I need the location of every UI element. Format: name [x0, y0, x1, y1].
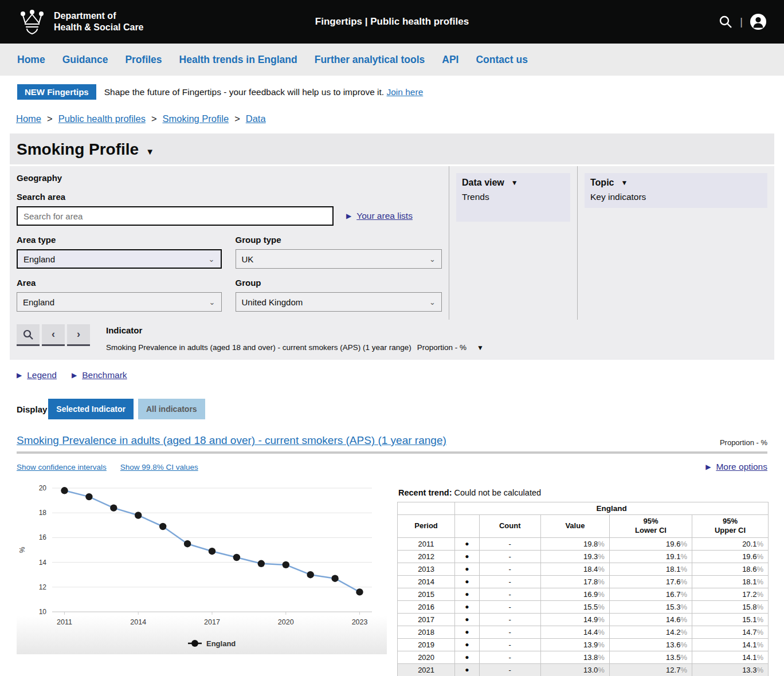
col-header-upper: 95%Upper CI	[692, 515, 768, 538]
legend-link-text[interactable]: Legend	[27, 370, 57, 380]
search-area-input[interactable]	[17, 206, 334, 226]
svg-text:14: 14	[39, 559, 47, 567]
benchmark-toggle[interactable]: ▶ Benchmark	[72, 370, 127, 380]
value-cell: 14.9%	[540, 613, 609, 626]
breadcrumb-home[interactable]: Home	[16, 113, 41, 124]
chart-point-2020[interactable]	[283, 561, 289, 568]
nav-item-guidance[interactable]: Guidance	[62, 54, 108, 66]
count-cell: -	[479, 588, 540, 600]
chart-point-2013[interactable]	[110, 504, 117, 511]
area-select[interactable]: England ⌄	[17, 292, 222, 312]
period-cell: 2019	[398, 638, 455, 651]
trend-chart: 10121416182020112014201720202023%England	[17, 480, 387, 676]
trend-marker-icon: ●	[455, 550, 479, 563]
lower-ci-cell: 17.6%	[609, 575, 692, 588]
search-icon[interactable]	[718, 14, 733, 29]
breadcrumb-separator: >	[47, 113, 53, 124]
upper-ci-cell: 15.1%	[692, 613, 768, 626]
period-cell: 2017	[398, 613, 455, 626]
value-cell: 19.8%	[540, 537, 609, 550]
breadcrumb-public-health-profiles[interactable]: Public health profiles	[58, 113, 146, 124]
trend-marker-icon: ●	[455, 600, 479, 613]
geography-heading: Geography	[17, 173, 442, 183]
line-chart-svg: 10121416182020112014201720202023%England	[17, 480, 383, 652]
indicator-search-button[interactable]	[17, 324, 40, 346]
benchmark-link-text[interactable]: Benchmark	[82, 370, 127, 380]
chart-point-2012[interactable]	[85, 493, 92, 500]
nav-item-home[interactable]: Home	[17, 54, 45, 66]
chart-point-2019[interactable]	[258, 560, 265, 567]
upper-ci-cell: 13.3%	[692, 663, 768, 676]
group-type-select[interactable]: UK ⌄	[236, 249, 442, 269]
profile-title-dropdown[interactable]: Smoking Profile ▼	[10, 133, 774, 164]
new-fingertips-badge: NEW Fingertips	[17, 84, 96, 100]
account-icon[interactable]	[750, 13, 767, 30]
trend-marker-icon: ●	[455, 663, 479, 676]
breadcrumb-data[interactable]: Data	[246, 113, 266, 124]
show-998-ci-values-link[interactable]: Show 99.8% CI values	[120, 463, 198, 471]
area-type-select[interactable]: England ⌄	[17, 249, 222, 269]
chart-point-2016[interactable]	[184, 540, 191, 547]
svg-text:2011: 2011	[57, 618, 72, 626]
col-header-lower: 95%Lower CI	[609, 515, 692, 538]
data-view-dropdown[interactable]: Data view ▼	[462, 178, 565, 188]
search-icon	[22, 329, 34, 340]
trend-marker-icon: ●	[455, 575, 479, 588]
col-header-count: Count	[479, 515, 540, 538]
lower-ci-cell: 19.1%	[609, 550, 692, 563]
area-label: Area	[17, 278, 222, 288]
chevron-down-icon: ⌄	[429, 255, 436, 264]
link-arrow-icon: ▶	[17, 371, 22, 379]
nav-item-further-analytical-tools[interactable]: Further analytical tools	[315, 54, 425, 66]
indicator-label: Indicator	[106, 325, 484, 335]
col-header-value: Value	[540, 515, 609, 538]
chart-point-2017[interactable]	[209, 548, 215, 555]
topic-dropdown[interactable]: Topic ▼	[590, 178, 762, 188]
upper-ci-cell: 18.6%	[692, 563, 768, 575]
dhsc-logo[interactable]: Department of Health & Social Care	[17, 9, 206, 34]
your-area-lists-link[interactable]: ▶ Your area lists	[346, 211, 413, 221]
show-confidence-intervals-link[interactable]: Show confidence intervals	[17, 463, 107, 471]
chart-point-2018[interactable]	[233, 554, 240, 561]
banner-message: Shape the future of Fingertips - your fe…	[104, 87, 385, 97]
table-row-2016: 2016●-15.5%15.3%15.8%	[398, 600, 769, 613]
nav-item-profiles[interactable]: Profiles	[125, 54, 162, 66]
more-options-link[interactable]: ▶ More options	[705, 462, 767, 472]
value-cell: 13.0%	[540, 663, 609, 676]
data-table: England PeriodCountValue95%Lower CI95%Up…	[397, 502, 769, 676]
lower-ci-cell: 13.6%	[609, 638, 692, 651]
upper-ci-cell: 14.7%	[692, 626, 768, 638]
indicator-heading-link[interactable]: Smoking Prevalence in adults (aged 18 an…	[17, 434, 446, 447]
dropdown-arrow-icon: ▼	[621, 179, 628, 187]
next-indicator-button[interactable]: ›	[67, 324, 90, 346]
chart-point-2014[interactable]	[135, 512, 142, 518]
count-cell: -	[479, 613, 540, 626]
group-type-value: UK	[242, 254, 254, 264]
nav-item-contact-us[interactable]: Contact us	[476, 54, 527, 66]
chart-point-2011[interactable]	[61, 487, 68, 494]
nav-item-api[interactable]: API	[442, 54, 458, 66]
chart-point-2015[interactable]	[159, 523, 166, 530]
chart-point-2023[interactable]	[356, 588, 363, 595]
group-label: Group	[236, 278, 442, 288]
col-header-period: Period	[398, 515, 455, 538]
legend-label[interactable]: England	[206, 639, 236, 648]
indicator-dropdown-icon[interactable]: ▼	[477, 344, 484, 352]
table-row-2015: 2015●-16.9%16.7%17.2%	[398, 588, 769, 600]
svg-text:2020: 2020	[278, 618, 294, 626]
chart-point-2022[interactable]	[331, 575, 338, 582]
selected-indicator-tab[interactable]: Selected Indicator	[48, 399, 134, 419]
previous-indicator-button[interactable]: ‹	[42, 324, 65, 346]
chart-point-2021[interactable]	[307, 571, 314, 578]
breadcrumb: Home>Public health profiles>Smoking Prof…	[0, 105, 784, 133]
group-select[interactable]: United Kingdom ⌄	[236, 292, 442, 312]
breadcrumb-smoking-profile[interactable]: Smoking Profile	[163, 113, 229, 124]
all-indicators-tab[interactable]: All indicators	[138, 399, 205, 419]
legend-toggle[interactable]: ▶ Legend	[17, 370, 57, 380]
more-options-text[interactable]: More options	[716, 462, 767, 472]
your-area-lists-text[interactable]: Your area lists	[356, 211, 413, 221]
period-cell: 2018	[398, 626, 455, 638]
join-here-link[interactable]: Join here	[386, 87, 423, 97]
svg-text:2023: 2023	[352, 618, 368, 626]
nav-item-health-trends-in-england[interactable]: Health trends in England	[179, 54, 297, 66]
